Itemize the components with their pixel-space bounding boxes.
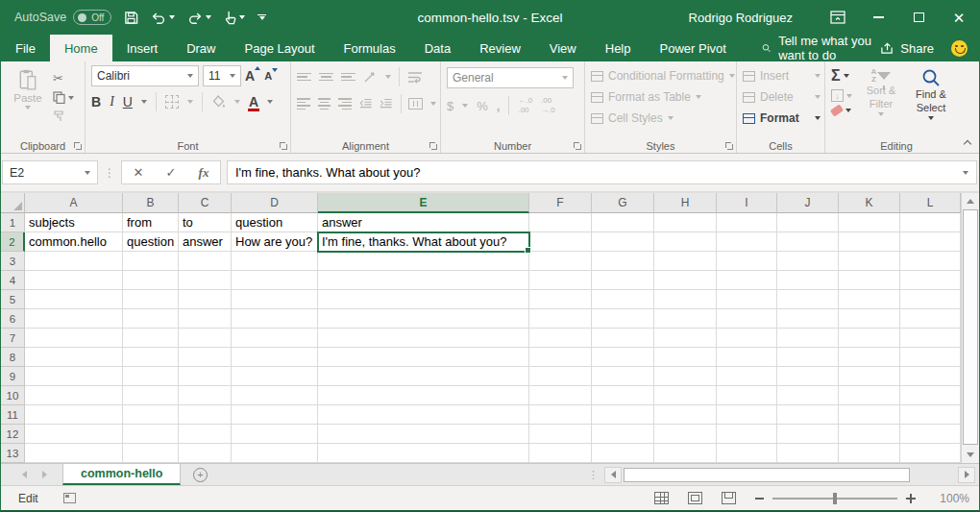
cell-F11[interactable] — [529, 405, 592, 425]
cell-I11[interactable] — [717, 405, 777, 425]
tell-me-box[interactable]: Tell me what you want to do — [762, 35, 880, 61]
cell-K11[interactable] — [839, 405, 900, 425]
cell-I7[interactable] — [717, 329, 777, 348]
user-name[interactable]: Rodrigo Rodriguez — [689, 11, 793, 25]
cell-K7[interactable] — [839, 329, 900, 348]
cell-I3[interactable] — [717, 252, 777, 271]
cell-E10[interactable] — [318, 386, 529, 405]
cell-D2[interactable]: How are you? — [232, 232, 318, 252]
cell-A12[interactable] — [25, 425, 123, 444]
maximize-button[interactable] — [898, 0, 939, 35]
cell-K13[interactable] — [839, 444, 900, 463]
row-header-7[interactable]: 7 — [1, 329, 25, 348]
cell-L4[interactable] — [900, 271, 961, 290]
cell-B13[interactable] — [123, 444, 179, 463]
column-header-L[interactable]: L — [900, 193, 961, 213]
wrap-text-button[interactable] — [407, 71, 423, 84]
cell-L11[interactable] — [900, 405, 961, 425]
redo-dropdown[interactable] — [206, 15, 211, 19]
scroll-left-button[interactable] — [604, 467, 622, 483]
cancel-button[interactable]: ✕ — [122, 165, 155, 180]
borders-dropdown[interactable] — [187, 100, 193, 104]
cell-L12[interactable] — [900, 425, 961, 444]
cell-D6[interactable] — [232, 309, 318, 329]
cell-J8[interactable] — [777, 348, 839, 367]
cell-H1[interactable] — [654, 213, 717, 232]
undo-button[interactable] — [151, 11, 175, 24]
orientation-dropdown[interactable] — [385, 75, 391, 79]
cell-D7[interactable] — [232, 329, 318, 348]
cell-B8[interactable] — [123, 348, 179, 367]
cell-A7[interactable] — [25, 329, 123, 348]
clear-button[interactable] — [831, 107, 852, 114]
cell-E8[interactable] — [318, 348, 529, 367]
cell-F5[interactable] — [529, 290, 592, 309]
cell-D5[interactable] — [232, 290, 318, 309]
fill-button[interactable]: ↓ — [831, 89, 852, 102]
cell-A1[interactable]: subjects — [25, 213, 123, 232]
cell-I4[interactable] — [717, 271, 777, 290]
tab-file[interactable]: File — [1, 35, 50, 61]
comma-style-button[interactable]: , — [497, 99, 501, 113]
align-left-button[interactable] — [297, 98, 310, 110]
cell-E12[interactable] — [318, 425, 529, 444]
font-size-select[interactable]: 11 — [203, 65, 241, 86]
clipboard-dialog-launcher[interactable] — [73, 141, 83, 151]
tab-formulas[interactable]: Formulas — [330, 35, 410, 61]
cell-A11[interactable] — [25, 405, 123, 425]
cell-H7[interactable] — [654, 329, 717, 348]
select-all-corner[interactable] — [1, 193, 25, 213]
cell-I8[interactable] — [717, 348, 777, 367]
row-header-11[interactable]: 11 — [1, 405, 25, 425]
row-header-9[interactable]: 9 — [1, 367, 25, 386]
cell-E2[interactable]: I'm fine, thanks. What about you? — [318, 232, 529, 252]
vertical-scroll-thumb[interactable] — [963, 209, 978, 445]
cell-F10[interactable] — [529, 386, 592, 405]
merge-center-button[interactable] — [408, 98, 423, 110]
cell-L9[interactable] — [900, 367, 961, 386]
horizontal-scrollbar[interactable] — [604, 464, 979, 485]
align-right-button[interactable] — [338, 98, 352, 110]
cell-F1[interactable] — [529, 213, 592, 232]
formula-bar-splitter[interactable]: ⋮ — [104, 166, 115, 180]
cell-C1[interactable]: to — [179, 213, 232, 232]
cell-B12[interactable] — [123, 425, 179, 444]
cell-C9[interactable] — [179, 367, 232, 386]
cell-E11[interactable] — [318, 405, 529, 425]
scroll-right-button[interactable] — [958, 467, 975, 483]
next-sheet-button[interactable] — [42, 471, 47, 478]
merge-center-dropdown[interactable] — [430, 102, 436, 106]
scroll-down-button[interactable] — [962, 447, 979, 463]
tab-help[interactable]: Help — [591, 35, 646, 61]
row-header-12[interactable]: 12 — [1, 425, 25, 444]
font-name-select[interactable]: Calibri — [91, 65, 199, 86]
insert-cells-button[interactable]: Insert — [743, 65, 821, 86]
column-header-K[interactable]: K — [839, 193, 900, 213]
insert-function-button[interactable]: fx — [187, 165, 220, 181]
cell-F3[interactable] — [529, 252, 592, 271]
cell-I13[interactable] — [717, 444, 777, 463]
name-box[interactable]: E2 — [2, 160, 98, 184]
tab-draw[interactable]: Draw — [172, 35, 230, 61]
cell-G3[interactable] — [592, 252, 654, 271]
cell-E7[interactable] — [318, 329, 529, 348]
cell-L2[interactable] — [900, 232, 961, 252]
cell-C2[interactable]: answer — [179, 232, 232, 252]
paste-button[interactable]: Paste — [7, 65, 49, 137]
italic-button[interactable]: I — [110, 94, 114, 110]
minimize-button[interactable] — [858, 0, 898, 35]
autosum-button[interactable]: Σ — [831, 67, 852, 85]
cell-L10[interactable] — [900, 386, 961, 405]
row-header-8[interactable]: 8 — [1, 348, 25, 367]
number-format-select[interactable]: General — [447, 67, 574, 88]
page-layout-view-button[interactable] — [688, 492, 702, 504]
sheet-tab-common-hello[interactable]: common-hello — [62, 464, 181, 485]
cell-E13[interactable] — [318, 444, 529, 463]
collapse-ribbon-button[interactable] — [964, 139, 971, 147]
touch-mode-button[interactable] — [224, 11, 245, 25]
cell-H13[interactable] — [654, 444, 717, 463]
cell-A6[interactable] — [25, 309, 123, 329]
column-header-I[interactable]: I — [717, 193, 777, 213]
cell-G11[interactable] — [592, 405, 654, 425]
cell-L1[interactable] — [900, 213, 961, 232]
